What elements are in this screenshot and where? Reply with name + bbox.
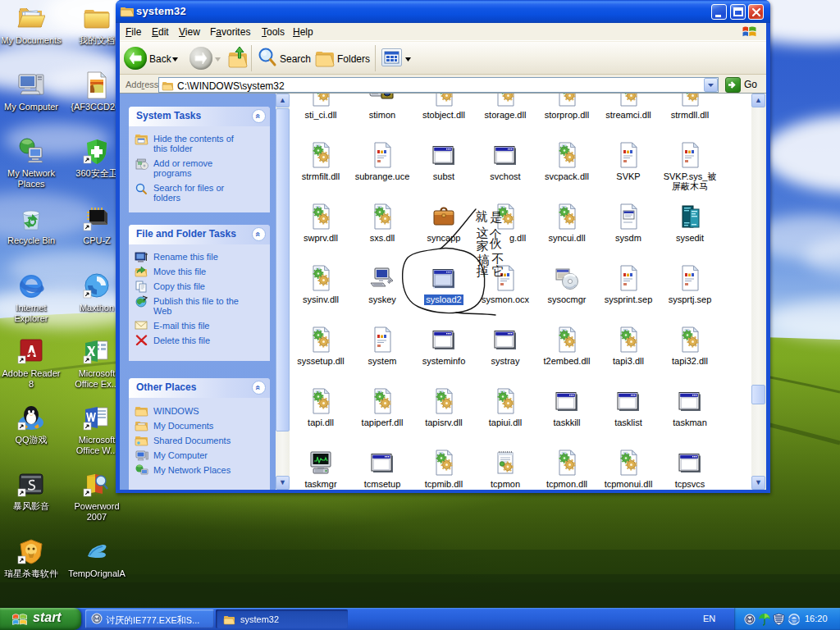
svg-text:就: 就 [476,209,488,223]
svg-text:掉: 掉 [477,264,489,278]
svg-text:伙: 伙 [490,236,502,250]
svg-text:它: 它 [492,264,504,278]
svg-text:是: 是 [491,210,503,224]
svg-text:这: 这 [477,226,489,240]
svg-text:家: 家 [477,239,489,253]
